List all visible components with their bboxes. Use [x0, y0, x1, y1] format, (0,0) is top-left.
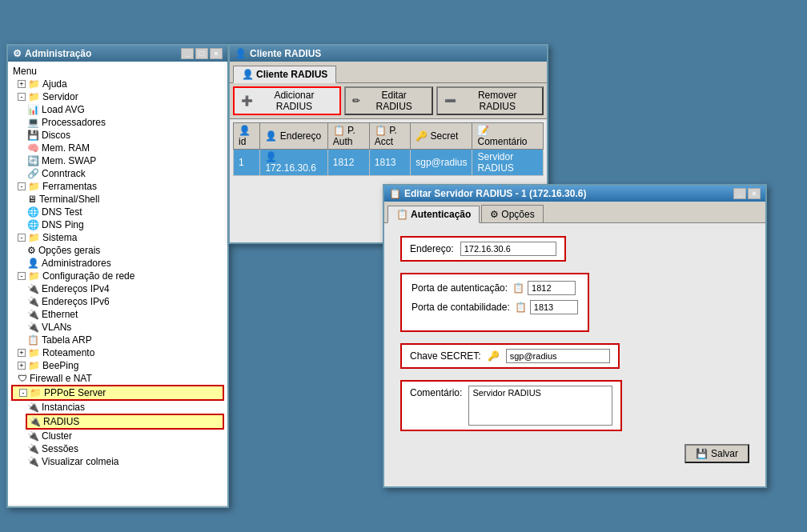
tree-dns-ping[interactable]: 🌐 DNS Ping — [26, 218, 224, 231]
item-icon: 🔌 — [27, 309, 39, 320]
table-header-row: 👤 id 👤 Endereço 📋 P. Auth — [234, 123, 544, 150]
tree-opcoes-gerais[interactable]: ⚙ Opções gerais — [26, 244, 224, 257]
tree-sistema[interactable]: - 📁 Sistema — [11, 231, 224, 244]
chave-row: Chave SECRET: 🔑 — [400, 343, 749, 369]
tree-vlans[interactable]: 🔌 VLANs — [26, 321, 224, 334]
tree-label: Mem. RAM — [42, 142, 90, 154]
tree-ferramentas[interactable]: - 📁 Ferramentas — [11, 180, 224, 193]
tree-sessoes[interactable]: 🔌 Sessões — [26, 442, 224, 455]
tree-label: Discos — [42, 130, 70, 141]
tree-menu-root[interactable]: Menu — [11, 65, 224, 78]
admin-close[interactable]: × — [210, 48, 223, 59]
add-radius-button[interactable]: ➕ Adicionar RADIUS — [233, 86, 341, 115]
tree-processadores[interactable]: 💻 Processadores — [26, 116, 224, 129]
tree-label: DNS Test — [42, 206, 82, 218]
edit-form-body: Endereço: Porta de autenticação: 📋 Porta… — [384, 223, 765, 476]
chave-group: Chave SECRET: 🔑 — [400, 343, 620, 369]
servidor-toggle[interactable]: - — [18, 93, 26, 101]
tab-cliente-radius[interactable]: 👤 Cliente RADIUS — [233, 66, 336, 83]
col-icon: 📝 — [477, 125, 489, 136]
edit-close[interactable]: × — [748, 188, 761, 199]
admin-controls: _ □ × — [181, 48, 223, 59]
pppoe-toggle[interactable]: - — [19, 389, 27, 397]
ajuda-toggle[interactable]: + — [18, 80, 26, 88]
sistema-toggle[interactable]: - — [18, 234, 26, 242]
admin-maximize[interactable]: □ — [195, 48, 208, 59]
tree-radius[interactable]: 🔌 RADIUS — [26, 414, 224, 430]
table-row[interactable]: 1 👤 172.16.30.6 1812 1813 sgp@radius Ser… — [234, 150, 544, 176]
tree-visualizar[interactable]: 🔌 Visualizar colmeia — [26, 455, 224, 468]
item-icon: 🔌 — [27, 322, 39, 333]
tree-ajuda[interactable]: + 📁 Ajuda — [11, 78, 224, 90]
tree-label: Instancias — [42, 402, 85, 413]
admin-title: Administração — [25, 48, 91, 59]
edit-titlebar: 📋 Editar Servidor RADIUS - 1 (172.16.30.… — [384, 186, 765, 202]
tree-conntrack[interactable]: 🔗 Conntrack — [26, 167, 224, 180]
tree-pppoe[interactable]: - 📁 PPPoE Server — [11, 385, 224, 401]
port-icon: 📋 — [512, 282, 524, 294]
folder-icon: 📁 — [30, 387, 42, 398]
chave-input[interactable] — [506, 349, 610, 363]
tab-opcoes[interactable]: ⚙ Opções — [481, 205, 543, 222]
tab-label: Opções — [501, 209, 534, 220]
tree-config-rede[interactable]: - 📁 Configuração de rede — [11, 270, 224, 282]
tab-icon: 📋 — [396, 209, 408, 220]
save-button[interactable]: 💾 Salvar — [685, 444, 749, 463]
porta-group: Porta de autenticação: 📋 Porta de contab… — [400, 273, 589, 332]
endereco-group: Endereço: — [400, 236, 566, 262]
tree-label: DNS Ping — [42, 219, 84, 230]
tree-roteamento[interactable]: + 📁 Roteamento — [11, 346, 224, 359]
tree-terminal[interactable]: 🖥 Terminal/Shell — [26, 193, 224, 206]
tab-autenticacao[interactable]: 📋 Autenticação — [387, 206, 480, 223]
comentario-input[interactable]: Servidor RADIUS — [468, 386, 612, 426]
table-body: 1 👤 172.16.30.6 1812 1813 sgp@radius Ser… — [234, 150, 544, 176]
tab-icon: ⚙ — [490, 209, 499, 220]
tree-mem-ram[interactable]: 🧠 Mem. RAM — [26, 142, 224, 154]
radius-tabs: 👤 Cliente RADIUS — [230, 62, 547, 83]
folder-icon: 📁 — [28, 347, 40, 358]
remove-radius-button[interactable]: ➖ Remover RADIUS — [436, 86, 544, 115]
tree-dns-test[interactable]: 🌐 DNS Test — [26, 206, 224, 218]
tree-label: Sessões — [42, 443, 78, 454]
tree-load-avg[interactable]: 📊 Load AVG — [26, 103, 224, 116]
tab-label: Cliente RADIUS — [256, 69, 327, 80]
item-icon: 🔌 — [29, 416, 41, 427]
ferramentas-children: 🖥 Terminal/Shell 🌐 DNS Test 🌐 DNS Ping — [11, 193, 224, 231]
tree-label: Firewall e NAT — [30, 373, 92, 384]
config-rede-toggle[interactable]: - — [18, 272, 26, 280]
tree-servidor[interactable]: - 📁 Servidor — [11, 90, 224, 103]
tree-label: Tabela ARP — [42, 334, 92, 346]
admin-minimize[interactable]: _ — [181, 48, 194, 59]
tree-ethernet[interactable]: 🔌 Ethernet — [26, 308, 224, 321]
endereco-input[interactable] — [460, 242, 556, 256]
col-p-acct: 📋 P. Acct — [369, 123, 410, 150]
tree-cluster[interactable]: 🔌 Cluster — [26, 430, 224, 442]
tree-label: Terminal/Shell — [39, 194, 99, 205]
tree-ipv4[interactable]: 🔌 Endereços IPv4 — [26, 282, 224, 295]
ferramentas-toggle[interactable]: - — [18, 182, 26, 190]
tree-label: Endereços IPv6 — [42, 296, 110, 307]
cell-comentario: Servidor RADIUS — [472, 150, 544, 176]
cell-p-auth: 1812 — [327, 150, 369, 176]
tree-ipv6[interactable]: 🔌 Endereços IPv6 — [26, 295, 224, 308]
cell-id: 1 — [234, 150, 260, 176]
endereco-label: Endereço: — [410, 243, 454, 254]
beeping-toggle[interactable]: + — [18, 362, 26, 370]
item-icon: 🔌 — [27, 456, 39, 467]
tree-tabela-arp[interactable]: 📋 Tabela ARP — [26, 334, 224, 346]
tree-administradores[interactable]: 👤 Administradores — [26, 257, 224, 270]
tree-mem-swap[interactable]: 🔄 Mem. SWAP — [26, 154, 224, 167]
tree-firewall[interactable]: 🛡 Firewall e NAT — [11, 372, 224, 385]
admin-body: Menu + 📁 Ajuda - 📁 Servidor 📊 — [8, 62, 227, 505]
item-icon: 📊 — [27, 104, 39, 115]
tree-beeping[interactable]: + 📁 BeePing — [11, 359, 224, 372]
tree-label: Load AVG — [42, 104, 85, 115]
tree-label: Configuração de rede — [42, 270, 134, 282]
porta-cont-input[interactable] — [530, 300, 578, 314]
porta-auth-input[interactable] — [528, 281, 576, 295]
edit-radius-button[interactable]: ✏ Editar RADIUS — [344, 86, 434, 115]
tree-discos[interactable]: 💾 Discos — [26, 129, 224, 142]
edit-minimize[interactable]: _ — [733, 188, 746, 199]
roteamento-toggle[interactable]: + — [18, 349, 26, 357]
tree-instancias[interactable]: 🔌 Instancias — [26, 401, 224, 414]
